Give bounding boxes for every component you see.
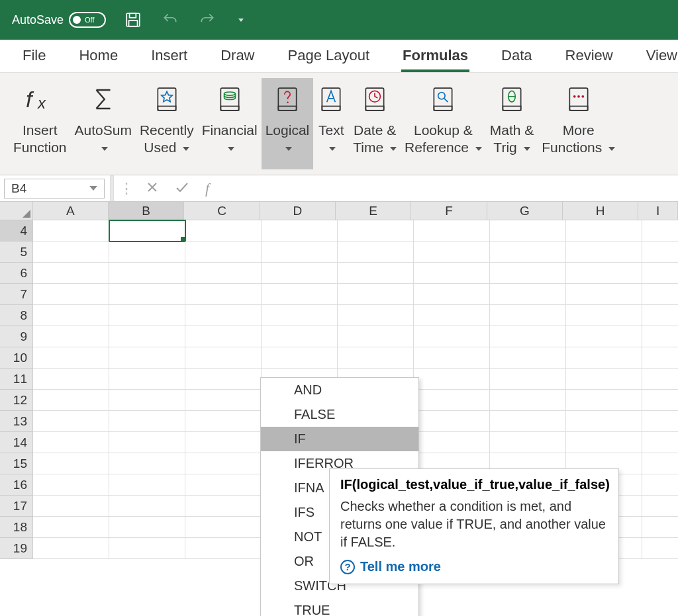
- cell[interactable]: [642, 347, 678, 369]
- tab-data[interactable]: Data: [501, 47, 532, 72]
- cell[interactable]: [109, 474, 185, 496]
- cell[interactable]: [109, 369, 185, 390]
- row-header-7[interactable]: 7: [0, 284, 33, 305]
- cell[interactable]: [33, 496, 109, 517]
- tab-review[interactable]: Review: [565, 47, 613, 72]
- col-header-G[interactable]: G: [487, 202, 563, 220]
- cell[interactable]: [33, 242, 109, 263]
- cell[interactable]: [566, 263, 642, 284]
- cell[interactable]: [414, 411, 490, 432]
- cell[interactable]: [566, 326, 642, 347]
- cell[interactable]: [566, 390, 642, 411]
- financial-button[interactable]: Financial: [198, 78, 262, 169]
- date-time-button[interactable]: Date & Time: [349, 78, 401, 169]
- cell[interactable]: [33, 474, 109, 496]
- cell[interactable]: [490, 390, 566, 411]
- cell[interactable]: [566, 411, 642, 432]
- cancel-icon[interactable]: [146, 181, 159, 197]
- cell[interactable]: [262, 305, 338, 326]
- cell[interactable]: [185, 453, 262, 474]
- cell[interactable]: [109, 284, 185, 305]
- row-header-4[interactable]: 4: [0, 220, 33, 242]
- cell[interactable]: [33, 220, 109, 242]
- row-header-11[interactable]: 11: [0, 369, 33, 390]
- dropdown-item-if[interactable]: IF: [261, 427, 418, 451]
- autosave-toggle[interactable]: AutoSave Off: [12, 12, 106, 28]
- cell[interactable]: [338, 263, 414, 284]
- cell[interactable]: [490, 284, 566, 305]
- cell[interactable]: [185, 263, 262, 284]
- tab-draw[interactable]: Draw: [220, 47, 254, 72]
- tab-page-layout[interactable]: Page Layout: [288, 47, 370, 72]
- cell[interactable]: [185, 390, 262, 411]
- cell[interactable]: [33, 411, 109, 432]
- quick-access-dropdown[interactable]: [234, 13, 248, 26]
- name-box[interactable]: B4: [4, 179, 105, 198]
- cell[interactable]: [109, 432, 185, 453]
- save-icon[interactable]: [123, 10, 143, 30]
- cell[interactable]: [33, 369, 109, 390]
- cell[interactable]: [566, 220, 642, 242]
- cell[interactable]: [414, 284, 490, 305]
- cell[interactable]: [414, 326, 490, 347]
- cell[interactable]: [338, 305, 414, 326]
- cell[interactable]: [109, 263, 185, 284]
- cell[interactable]: [338, 284, 414, 305]
- row-header-17[interactable]: 17: [0, 496, 33, 517]
- cell[interactable]: [262, 284, 338, 305]
- row-header-9[interactable]: 9: [0, 326, 33, 347]
- tab-file[interactable]: File: [23, 47, 46, 72]
- cell[interactable]: [262, 347, 338, 369]
- cell[interactable]: [185, 432, 262, 453]
- cell[interactable]: [490, 263, 566, 284]
- row-header-10[interactable]: 10: [0, 347, 33, 369]
- cell[interactable]: [185, 326, 262, 347]
- cell[interactable]: [414, 263, 490, 284]
- cell[interactable]: [262, 220, 338, 242]
- cell[interactable]: [642, 326, 678, 347]
- cell[interactable]: [109, 305, 185, 326]
- cell[interactable]: [338, 347, 414, 369]
- dropdown-item-and[interactable]: AND: [261, 378, 418, 402]
- math-trig-button[interactable]: Math & Trig: [486, 78, 538, 169]
- cell[interactable]: [33, 538, 109, 559]
- cell[interactable]: [185, 474, 262, 496]
- cell[interactable]: [642, 453, 678, 474]
- cell[interactable]: [566, 432, 642, 453]
- cell[interactable]: [490, 411, 566, 432]
- col-header-D[interactable]: D: [260, 202, 336, 220]
- cell[interactable]: [642, 538, 678, 559]
- cell[interactable]: [185, 496, 262, 517]
- cell[interactable]: [414, 369, 490, 390]
- cell[interactable]: [642, 242, 678, 263]
- cell[interactable]: [490, 369, 566, 390]
- cell[interactable]: [642, 284, 678, 305]
- cell[interactable]: [262, 242, 338, 263]
- cell[interactable]: [642, 432, 678, 453]
- dropdown-item-true[interactable]: TRUE: [261, 598, 418, 616]
- cell[interactable]: [490, 242, 566, 263]
- cell[interactable]: [33, 305, 109, 326]
- cell[interactable]: [109, 496, 185, 517]
- cell[interactable]: [109, 347, 185, 369]
- cell[interactable]: [642, 220, 678, 242]
- cell[interactable]: [109, 242, 185, 263]
- row-header-14[interactable]: 14: [0, 432, 33, 453]
- row-header-8[interactable]: 8: [0, 305, 33, 326]
- cell[interactable]: [185, 242, 262, 263]
- autosave-switch[interactable]: Off: [69, 12, 106, 28]
- cell[interactable]: [642, 411, 678, 432]
- tab-formulas[interactable]: Formulas: [403, 47, 468, 72]
- more-functions-button[interactable]: More Functions: [538, 78, 619, 169]
- redo-icon[interactable]: [197, 10, 217, 30]
- cell[interactable]: [109, 220, 185, 242]
- cell[interactable]: [33, 326, 109, 347]
- tab-home[interactable]: Home: [79, 47, 118, 72]
- insert-function-button[interactable]: fx Insert Function: [9, 78, 71, 169]
- cell[interactable]: [33, 432, 109, 453]
- autosum-button[interactable]: AutoSum: [71, 78, 136, 169]
- cell[interactable]: [109, 326, 185, 347]
- cell[interactable]: [642, 390, 678, 411]
- cell[interactable]: [185, 517, 262, 538]
- undo-icon[interactable]: [160, 10, 180, 30]
